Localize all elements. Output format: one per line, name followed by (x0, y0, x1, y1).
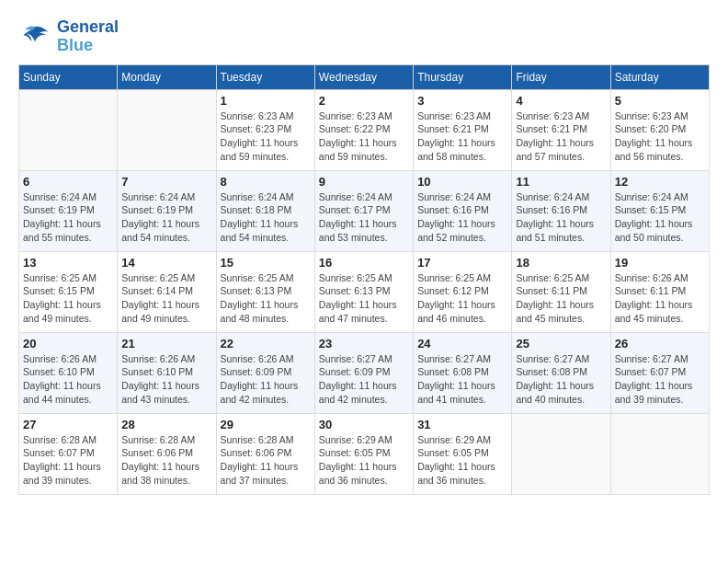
day-info: Sunrise: 6:28 AM Sunset: 6:06 PM Dayligh… (121, 433, 211, 488)
calendar-cell: 22Sunrise: 6:26 AM Sunset: 6:09 PM Dayli… (216, 332, 314, 413)
calendar-cell: 21Sunrise: 6:26 AM Sunset: 6:10 PM Dayli… (118, 332, 216, 413)
day-info: Sunrise: 6:23 AM Sunset: 6:23 PM Dayligh… (221, 109, 311, 164)
calendar-header-thursday: Thursday (414, 64, 512, 89)
day-number: 29 (221, 418, 311, 431)
day-number: 1 (221, 94, 311, 108)
calendar-week-row: 1Sunrise: 6:23 AM Sunset: 6:23 PM Daylig… (19, 89, 710, 170)
calendar-cell: 30Sunrise: 6:29 AM Sunset: 6:05 PM Dayli… (314, 413, 413, 494)
day-info: Sunrise: 6:25 AM Sunset: 6:12 PM Dayligh… (417, 271, 507, 326)
calendar-cell: 31Sunrise: 6:29 AM Sunset: 6:05 PM Dayli… (414, 413, 512, 494)
page-header: General Blue (18, 18, 710, 55)
day-number: 30 (319, 418, 409, 431)
calendar-cell: 6Sunrise: 6:24 AM Sunset: 6:19 PM Daylig… (19, 170, 118, 251)
day-info: Sunrise: 6:24 AM Sunset: 6:19 PM Dayligh… (121, 190, 211, 245)
day-number: 18 (516, 256, 606, 270)
calendar-header-friday: Friday (512, 64, 610, 89)
day-info: Sunrise: 6:27 AM Sunset: 6:08 PM Dayligh… (516, 352, 606, 407)
calendar-cell: 27Sunrise: 6:28 AM Sunset: 6:07 PM Dayli… (19, 413, 118, 494)
calendar-header-monday: Monday (118, 64, 216, 89)
day-number: 24 (417, 337, 507, 350)
day-number: 31 (417, 418, 507, 431)
day-info: Sunrise: 6:25 AM Sunset: 6:14 PM Dayligh… (121, 271, 211, 326)
day-number: 16 (319, 256, 409, 270)
day-info: Sunrise: 6:24 AM Sunset: 6:15 PM Dayligh… (615, 190, 705, 245)
calendar-cell: 16Sunrise: 6:25 AM Sunset: 6:13 PM Dayli… (314, 251, 413, 332)
calendar-cell: 4Sunrise: 6:23 AM Sunset: 6:21 PM Daylig… (512, 89, 610, 170)
day-number: 6 (23, 175, 113, 189)
day-info: Sunrise: 6:27 AM Sunset: 6:08 PM Dayligh… (417, 352, 507, 407)
day-number: 4 (516, 94, 606, 108)
day-info: Sunrise: 6:24 AM Sunset: 6:17 PM Dayligh… (319, 190, 409, 245)
day-number: 17 (417, 256, 507, 270)
calendar-cell: 13Sunrise: 6:25 AM Sunset: 6:15 PM Dayli… (19, 251, 118, 332)
day-info: Sunrise: 6:24 AM Sunset: 6:16 PM Dayligh… (417, 190, 507, 245)
calendar-header-tuesday: Tuesday (216, 64, 314, 89)
day-number: 13 (23, 256, 113, 270)
day-info: Sunrise: 6:28 AM Sunset: 6:07 PM Dayligh… (23, 433, 113, 488)
calendar-cell: 11Sunrise: 6:24 AM Sunset: 6:16 PM Dayli… (512, 170, 610, 251)
day-number: 10 (417, 175, 507, 189)
logo-line2: Blue (57, 37, 119, 55)
day-info: Sunrise: 6:27 AM Sunset: 6:07 PM Dayligh… (615, 352, 705, 407)
calendar-header-row: SundayMondayTuesdayWednesdayThursdayFrid… (19, 64, 710, 89)
day-number: 3 (417, 94, 507, 108)
calendar-cell: 24Sunrise: 6:27 AM Sunset: 6:08 PM Dayli… (414, 332, 512, 413)
day-number: 20 (23, 337, 113, 350)
day-info: Sunrise: 6:26 AM Sunset: 6:09 PM Dayligh… (221, 352, 311, 407)
day-info: Sunrise: 6:24 AM Sunset: 6:18 PM Dayligh… (221, 190, 311, 245)
day-number: 26 (615, 337, 705, 350)
logo-text-block: General Blue (57, 18, 119, 55)
day-number: 23 (319, 337, 409, 350)
day-info: Sunrise: 6:25 AM Sunset: 6:15 PM Dayligh… (23, 271, 113, 326)
calendar-cell: 25Sunrise: 6:27 AM Sunset: 6:08 PM Dayli… (512, 332, 610, 413)
day-info: Sunrise: 6:25 AM Sunset: 6:11 PM Dayligh… (516, 271, 606, 326)
day-info: Sunrise: 6:23 AM Sunset: 6:21 PM Dayligh… (417, 109, 507, 164)
day-info: Sunrise: 6:24 AM Sunset: 6:19 PM Dayligh… (23, 190, 113, 245)
day-info: Sunrise: 6:25 AM Sunset: 6:13 PM Dayligh… (221, 271, 311, 326)
calendar-header-wednesday: Wednesday (314, 64, 413, 89)
calendar-cell: 14Sunrise: 6:25 AM Sunset: 6:14 PM Dayli… (118, 251, 216, 332)
calendar-cell: 10Sunrise: 6:24 AM Sunset: 6:16 PM Dayli… (414, 170, 512, 251)
calendar-cell: 29Sunrise: 6:28 AM Sunset: 6:06 PM Dayli… (216, 413, 314, 494)
day-number: 22 (221, 337, 311, 350)
calendar-header-saturday: Saturday (610, 64, 709, 89)
calendar-cell: 15Sunrise: 6:25 AM Sunset: 6:13 PM Dayli… (216, 251, 314, 332)
day-info: Sunrise: 6:26 AM Sunset: 6:11 PM Dayligh… (615, 271, 705, 326)
day-info: Sunrise: 6:23 AM Sunset: 6:22 PM Dayligh… (319, 109, 409, 164)
logo-icon (18, 23, 51, 51)
day-info: Sunrise: 6:27 AM Sunset: 6:09 PM Dayligh… (319, 352, 409, 407)
calendar-cell: 1Sunrise: 6:23 AM Sunset: 6:23 PM Daylig… (216, 89, 314, 170)
calendar-week-row: 6Sunrise: 6:24 AM Sunset: 6:19 PM Daylig… (19, 170, 710, 251)
calendar-cell: 9Sunrise: 6:24 AM Sunset: 6:17 PM Daylig… (314, 170, 413, 251)
calendar-cell: 5Sunrise: 6:23 AM Sunset: 6:20 PM Daylig… (610, 89, 709, 170)
calendar-cell (512, 413, 610, 494)
day-info: Sunrise: 6:23 AM Sunset: 6:20 PM Dayligh… (615, 109, 705, 164)
day-info: Sunrise: 6:25 AM Sunset: 6:13 PM Dayligh… (319, 271, 409, 326)
day-number: 19 (615, 256, 705, 270)
logo: General Blue (18, 18, 119, 55)
day-number: 5 (615, 94, 705, 108)
calendar-cell: 17Sunrise: 6:25 AM Sunset: 6:12 PM Dayli… (414, 251, 512, 332)
day-info: Sunrise: 6:23 AM Sunset: 6:21 PM Dayligh… (516, 109, 606, 164)
calendar-cell (19, 89, 118, 170)
calendar-cell: 23Sunrise: 6:27 AM Sunset: 6:09 PM Dayli… (314, 332, 413, 413)
day-number: 25 (516, 337, 606, 350)
calendar-table: SundayMondayTuesdayWednesdayThursdayFrid… (18, 64, 710, 495)
day-number: 14 (121, 256, 211, 270)
day-number: 9 (319, 175, 409, 189)
day-info: Sunrise: 6:29 AM Sunset: 6:05 PM Dayligh… (319, 433, 409, 488)
calendar-cell: 20Sunrise: 6:26 AM Sunset: 6:10 PM Dayli… (19, 332, 118, 413)
day-number: 15 (221, 256, 311, 270)
calendar-week-row: 20Sunrise: 6:26 AM Sunset: 6:10 PM Dayli… (19, 332, 710, 413)
day-info: Sunrise: 6:26 AM Sunset: 6:10 PM Dayligh… (121, 352, 211, 407)
calendar-cell: 26Sunrise: 6:27 AM Sunset: 6:07 PM Dayli… (610, 332, 709, 413)
day-number: 11 (516, 175, 606, 189)
day-number: 27 (23, 418, 113, 431)
day-info: Sunrise: 6:28 AM Sunset: 6:06 PM Dayligh… (221, 433, 311, 488)
calendar-cell (610, 413, 709, 494)
calendar-cell: 8Sunrise: 6:24 AM Sunset: 6:18 PM Daylig… (216, 170, 314, 251)
calendar-cell (118, 89, 216, 170)
calendar-cell: 28Sunrise: 6:28 AM Sunset: 6:06 PM Dayli… (118, 413, 216, 494)
calendar-header-sunday: Sunday (19, 64, 118, 89)
calendar-cell: 7Sunrise: 6:24 AM Sunset: 6:19 PM Daylig… (118, 170, 216, 251)
